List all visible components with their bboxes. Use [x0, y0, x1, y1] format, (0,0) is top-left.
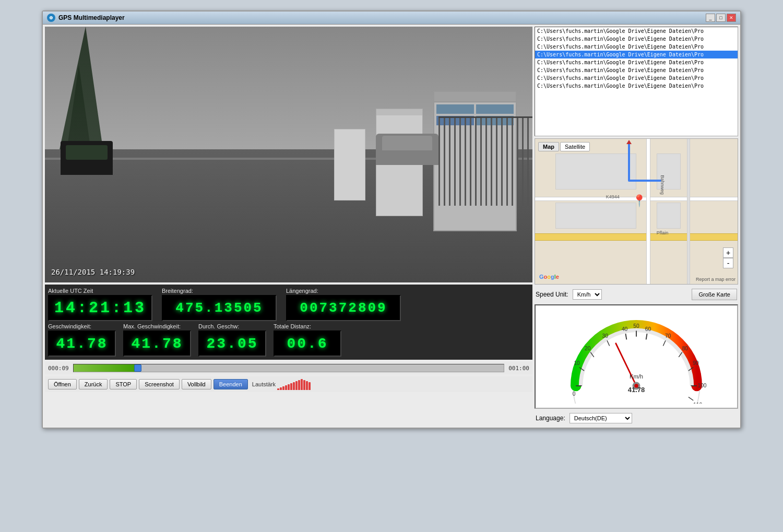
- controls-row: Öffnen Zurück STOP Screenshot Vollbild B…: [45, 376, 532, 392]
- max-speed-display: 41.78: [123, 330, 191, 357]
- volume-bar: [282, 386, 284, 390]
- app-icon: ⊕: [47, 14, 55, 22]
- map-street-label: Bahnweg: [660, 175, 665, 195]
- minimize-button[interactable]: _: [706, 14, 715, 22]
- max-speed-label: Max. Geschwindigkeit:: [123, 323, 191, 329]
- zoom-in-button[interactable]: +: [723, 247, 733, 258]
- speed-unit-label: Speed Unit:: [536, 291, 568, 298]
- progress-thumb[interactable]: [134, 364, 141, 372]
- speedometer-container: 0 10 20 30 40: [535, 304, 738, 409]
- exit-button[interactable]: Beenden: [213, 379, 248, 389]
- window2: [476, 104, 514, 114]
- volume-bar: [303, 380, 305, 390]
- google-logo: Google: [539, 274, 559, 280]
- svg-marker-0: [626, 140, 632, 144]
- language-label: Language:: [536, 415, 565, 422]
- file-item[interactable]: C:\Users\fuchs.martin\Google Drive\Eigen…: [535, 43, 738, 51]
- svg-text:Km/h: Km/h: [630, 373, 643, 380]
- map-container: 📍 Bahnweg K4944 Pflain Map Satellite + -…: [535, 138, 738, 285]
- lat-label: Breitengrad:: [162, 288, 277, 294]
- distance-display: 00.6: [274, 330, 341, 357]
- file-item[interactable]: C:\Users\fuchs.martin\Google Drive\Eigen…: [535, 51, 738, 58]
- stop-button[interactable]: STOP: [110, 379, 137, 389]
- title-bar-controls: _ □ ✕: [706, 14, 736, 22]
- avg-speed-label: Durch. Geschw:: [198, 323, 266, 329]
- volume-bar: [290, 383, 292, 390]
- window-title: GPS Multimediaplayer: [58, 14, 125, 21]
- language-row: Language: Deutsch(DE) English(EN) French…: [535, 411, 738, 425]
- fullscreen-button[interactable]: Vollbild: [182, 379, 211, 389]
- current-time: 000:09: [48, 365, 69, 372]
- map-tab-map[interactable]: Map: [538, 142, 559, 151]
- building-far: [334, 129, 365, 200]
- main-content: 26/11/2015 14:19:39 Aktuelle UTC Zeit 14…: [43, 25, 740, 428]
- zoom-out-button[interactable]: -: [723, 258, 733, 268]
- svg-text:0: 0: [573, 391, 576, 397]
- svg-text:10: 10: [574, 360, 580, 366]
- maximize-button[interactable]: □: [716, 14, 726, 22]
- volume-bar: [288, 384, 290, 390]
- file-item[interactable]: C:\Users\fuchs.martin\Google Drive\Eigen…: [535, 35, 738, 43]
- map-street-k4944: K4944: [606, 194, 620, 199]
- title-bar-left: ⊕ GPS Multimediaplayer: [47, 14, 125, 22]
- file-item[interactable]: C:\Users\fuchs.martin\Google Drive\Eigen…: [535, 82, 738, 90]
- file-item[interactable]: C:\Users\fuchs.martin\Google Drive\Eigen…: [535, 66, 738, 74]
- open-button[interactable]: Öffnen: [48, 379, 77, 389]
- avg-speed-display: 23.05: [198, 330, 266, 357]
- fence: [438, 116, 532, 206]
- lon-display: 007372809: [286, 295, 401, 321]
- volume-bar: [298, 380, 300, 390]
- utc-field: Aktuelle UTC Zeit 14:21:13: [48, 288, 152, 321]
- data-row-2: Geschwindigkeit: 41.78 Max. Geschwindigk…: [48, 323, 529, 357]
- svg-text:41.78: 41.78: [628, 386, 645, 394]
- back-button[interactable]: Zurück: [79, 379, 108, 389]
- left-panel: 26/11/2015 14:19:39 Aktuelle UTC Zeit 14…: [45, 27, 532, 425]
- svg-text:110: 110: [693, 402, 702, 404]
- svg-text:30: 30: [602, 333, 609, 339]
- file-item[interactable]: C:\Users\fuchs.martin\Google Drive\Eigen…: [535, 74, 738, 82]
- car-roof: [382, 136, 432, 150]
- volume-area: Lautstärk: [252, 379, 311, 390]
- progress-bar[interactable]: [73, 364, 505, 372]
- total-time: 001:00: [508, 365, 529, 372]
- max-speed-field: Max. Geschwindigkeit: 41.78: [123, 323, 191, 357]
- video-timestamp: 26/11/2015 14:19:39: [51, 268, 135, 276]
- screenshot-button[interactable]: Screenshot: [139, 379, 180, 389]
- volume-bar: [277, 388, 279, 390]
- svg-text:70: 70: [665, 333, 671, 339]
- svg-text:20: 20: [585, 346, 591, 351]
- volume-bar: [295, 381, 298, 390]
- utc-label: Aktuelle UTC Zeit: [48, 288, 152, 294]
- speed-unit-row: Speed Unit: Km/h mph Große Karte: [535, 287, 738, 302]
- map-tab-satellite[interactable]: Satellite: [560, 142, 590, 151]
- building-roof: [434, 92, 516, 102]
- map-street-pflain: Pflain: [657, 230, 669, 235]
- speed-field: Geschwindigkeit: 41.78: [48, 323, 116, 357]
- video-area: 26/11/2015 14:19:39: [45, 27, 532, 282]
- distance-label: Totale Distanz:: [274, 323, 341, 329]
- volume-bar: [293, 382, 295, 390]
- avg-speed-field: Durch. Geschw: 23.05: [198, 323, 266, 357]
- main-window: ⊕ GPS Multimediaplayer _ □ ✕: [42, 10, 741, 429]
- file-item[interactable]: C:\Users\fuchs.martin\Google Drive\Eigen…: [535, 27, 738, 35]
- car-window: [66, 145, 108, 160]
- distance-field: Totale Distanz: 00.6: [274, 323, 341, 357]
- language-select[interactable]: Deutsch(DE) English(EN) French(FR): [570, 413, 632, 423]
- volume-bars: [277, 379, 311, 390]
- close-button[interactable]: ✕: [727, 14, 736, 22]
- speedometer-svg: 0 10 20 30 40: [563, 310, 709, 404]
- svg-text:40: 40: [622, 326, 628, 332]
- speed-unit-select[interactable]: Km/h mph: [573, 289, 602, 300]
- large-map-button[interactable]: Große Karte: [692, 289, 737, 300]
- video-content: 26/11/2015 14:19:39: [45, 27, 532, 282]
- playback-row: 000:09 001:00: [45, 362, 532, 374]
- volume-bar: [285, 385, 287, 390]
- building-mid-roof: [376, 109, 422, 115]
- lat-display: 475.13505: [162, 295, 277, 321]
- file-list[interactable]: C:\Users\fuchs.martin\Google Drive\Eigen…: [535, 27, 738, 136]
- speed-label: Geschwindigkeit:: [48, 323, 116, 329]
- window1: [436, 104, 474, 114]
- lon-label: Längengrad:: [286, 288, 401, 294]
- file-item[interactable]: C:\Users\fuchs.martin\Google Drive\Eigen…: [535, 58, 738, 66]
- map-tabs: Map Satellite: [538, 142, 590, 151]
